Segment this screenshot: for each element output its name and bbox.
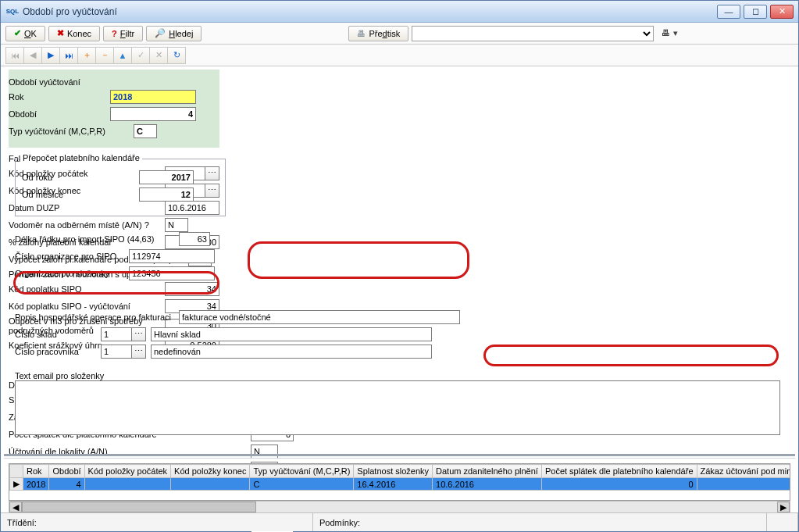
col-kodkon[interactable]: Kód položky konec [171, 465, 250, 478]
app-icon: SQL [5, 6, 20, 17]
cell-kk[interactable] [171, 478, 250, 491]
rok-label: Rok [9, 92, 110, 102]
delka-label: Délka řádku pro import SIPO (44,63) [15, 234, 179, 244]
predtisk-select[interactable] [412, 26, 654, 41]
minimize-button[interactable]: — [717, 5, 740, 19]
cell-kp[interactable] [84, 478, 171, 491]
scroll-thumb[interactable] [22, 502, 256, 512]
main-toolbar: ✔OK ✖Konec ?Filtr 🔎Hledej 🖶Předtisk 🖶 [1, 23, 798, 45]
prac-no-input[interactable] [101, 345, 132, 359]
col-splat[interactable]: Splatnost složenky [354, 465, 433, 478]
scroll-left-icon[interactable]: ◀ [9, 502, 22, 512]
refresh-button[interactable]: ↻ [167, 47, 186, 64]
orgsloz-input[interactable] [129, 266, 215, 280]
ok-button[interactable]: ✔OK [5, 26, 45, 41]
data-grid[interactable]: Rok Období Kód položky počátek Kód polož… [9, 463, 790, 501]
window-title: Období pro vyúčtování [23, 6, 717, 17]
up-button[interactable]: ▲ [113, 47, 132, 64]
cancel-button[interactable]: ✕ [149, 47, 168, 64]
col-kodpoc[interactable]: Kód položky počátek [84, 465, 171, 478]
play-button[interactable]: ▶ [41, 47, 60, 64]
typ-label: Typ vyúčtování (M,C,P,R) [9, 127, 134, 136]
confirm-button[interactable]: ✓ [131, 47, 150, 64]
obdobi-label: Období [9, 109, 110, 119]
x-icon: ✖ [57, 28, 64, 38]
prac-lookup-button[interactable]: ⋯ [132, 345, 146, 359]
group-prepocet: Přepočet platebního kalendáře Od roku Od… [15, 159, 226, 216]
cell-typ[interactable]: C [250, 478, 354, 491]
status-podminky: Podmínky: [313, 513, 767, 531]
maximize-button[interactable]: ◻ [744, 5, 767, 19]
col-obdobi[interactable]: Období [49, 465, 84, 478]
odmes-label: Od měsíce [22, 190, 139, 199]
odroku-input[interactable] [139, 170, 194, 184]
divider [4, 454, 795, 459]
col-dzp[interactable]: Datum zdanitelného plnění [433, 465, 542, 478]
cell-rok[interactable]: 2018 [23, 478, 49, 491]
filtr-button[interactable]: ?Filtr [103, 26, 143, 41]
popis-input[interactable] [179, 310, 460, 324]
print-icon: 🖶 [357, 29, 366, 38]
prev-button[interactable]: ◀ [23, 47, 42, 64]
cell-splat[interactable]: 16.4.2016 [354, 478, 433, 491]
cisloorg-input[interactable] [129, 249, 215, 263]
group-obdobi: Období vyúčtování Rok Období Typ vyúčtov… [9, 70, 219, 148]
cell-ps[interactable]: 0 [541, 478, 697, 491]
odmes-input[interactable] [139, 187, 194, 202]
prac-name-input[interactable] [151, 345, 432, 359]
orgsloz-label: Organizace pro složenky [15, 269, 129, 278]
cell-zak[interactable]: 1 [697, 478, 790, 491]
sklad-no-input[interactable] [101, 327, 132, 341]
predtisk-button[interactable]: 🖶Předtisk [348, 26, 408, 41]
textemail-input[interactable] [15, 380, 780, 435]
block-sipo: Délka řádku pro import SIPO (44,63) Čísl… [15, 229, 226, 284]
titlebar: SQL Období pro vyúčtování — ◻ ✕ [1, 1, 798, 23]
delka-input[interactable] [179, 232, 210, 246]
konec-button[interactable]: ✖Konec [48, 26, 100, 41]
cell-dzp[interactable]: 10.6.2016 [433, 478, 542, 491]
textemail-block: Text email pro složenky [15, 371, 780, 437]
rok-input[interactable] [110, 90, 196, 104]
sklad-label: Číslo sklad [15, 330, 101, 339]
close-button[interactable]: ✕ [770, 5, 794, 19]
app-window: SQL Období pro vyúčtování — ◻ ✕ ✔OK ✖Kon… [0, 0, 799, 532]
grid-corner [10, 465, 23, 478]
col-ps[interactable]: Počet splátek dle platebního kalendáře [541, 465, 697, 478]
statusbar: Třídění: Podmínky: [1, 512, 798, 531]
binoculars-icon: 🔎 [155, 28, 166, 38]
printer-icon[interactable]: 🖶 [662, 28, 678, 38]
highlight-odpsp [483, 345, 779, 366]
hledej-button[interactable]: 🔎Hledej [146, 26, 202, 41]
status-right [767, 513, 798, 531]
legend-obdobi: Období vyúčtování [9, 77, 219, 87]
add-button[interactable]: ＋ [77, 47, 96, 64]
question-icon: ? [112, 29, 117, 38]
grid-h-scrollbar[interactable]: ◀ ▶ [9, 501, 790, 513]
sklad-lookup-button[interactable]: ⋯ [132, 327, 146, 341]
first-button[interactable]: ⏮ [5, 47, 24, 64]
remove-button[interactable]: － [95, 47, 114, 64]
textemail-label: Text email pro složenky [15, 371, 780, 380]
table-row[interactable]: ▶ 2018 4 C 16.4.2016 10.6.2016 0 1 N [10, 478, 791, 491]
odroku-label: Od roku [22, 173, 139, 182]
sklad-name-input[interactable] [151, 327, 432, 341]
kodpop-label: Kód poplatku SIPO [9, 284, 165, 294]
row-marker: ▶ [10, 478, 23, 491]
block-popis: Popis hospodářské operace pro fakturaci … [15, 307, 476, 362]
last-button[interactable]: ⏭ [59, 47, 78, 64]
popis-label: Popis hospodářské operace pro fakturaci [15, 312, 179, 322]
col-rok[interactable]: Rok [23, 465, 49, 478]
legend-prepocet: Přepočet platebního kalendáře [20, 153, 142, 162]
check-icon: ✔ [14, 28, 21, 38]
scroll-right-icon[interactable]: ▶ [777, 502, 790, 512]
kodpop-input[interactable] [165, 282, 219, 296]
col-typ[interactable]: Typ vyúčtování (M,C,P,R) [250, 465, 354, 478]
col-zak[interactable]: Zákaz účtování pod minimální odběr [697, 465, 790, 478]
grid-header: Rok Období Kód položky počátek Kód polož… [10, 465, 791, 478]
highlight-odpocet [248, 241, 469, 279]
obdobi-input[interactable] [110, 107, 196, 121]
nav-toolbar: ⏮ ◀ ▶ ⏭ ＋ － ▲ ✓ ✕ ↻ [1, 45, 798, 66]
cell-obd[interactable]: 4 [49, 478, 84, 491]
cisloorg-label: Číslo organizace pro SIPO [15, 252, 129, 261]
typ-input[interactable] [134, 124, 157, 138]
